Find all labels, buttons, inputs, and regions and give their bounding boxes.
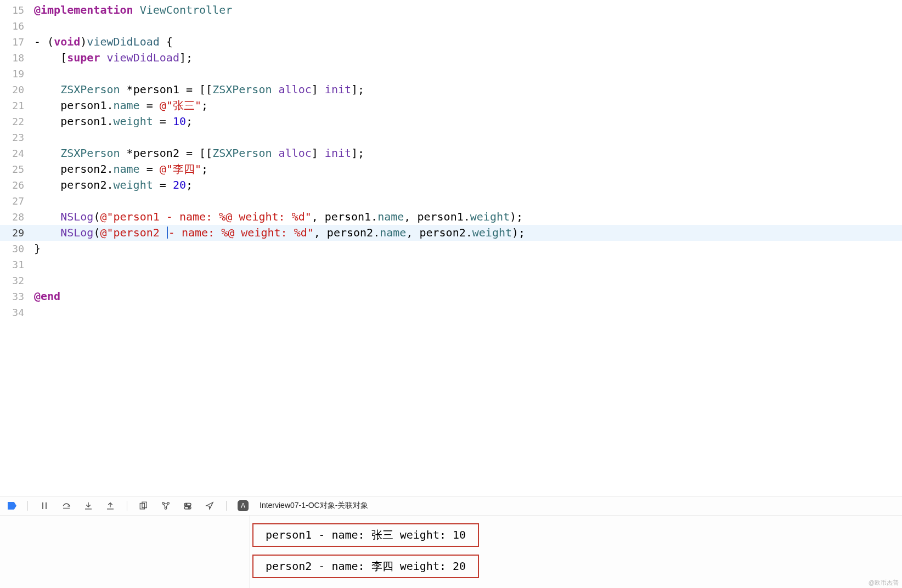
- line-number[interactable]: 19: [0, 66, 34, 82]
- token: , person1.: [404, 210, 470, 223]
- line-number[interactable]: 27: [0, 193, 34, 209]
- console-line-highlight: person1 - name: 张三 weight: 10: [252, 523, 479, 547]
- code-line[interactable]: 32: [0, 273, 902, 289]
- token: ;: [201, 99, 208, 112]
- svg-point-18: [188, 507, 189, 508]
- code-line[interactable]: 28 NSLog(@"person1 - name: %@ weight: %d…: [0, 209, 902, 225]
- code-line[interactable]: 18 [super viewDidLoad];: [0, 50, 902, 66]
- step-out-icon[interactable]: [105, 500, 116, 511]
- code-line[interactable]: 29 NSLog(@"person2 - name: %@ weight: %d…: [0, 225, 902, 241]
- token: );: [512, 226, 525, 239]
- code-content[interactable]: person1.weight = 10;: [34, 114, 902, 129]
- code-content[interactable]: @implementation ViewController: [34, 2, 902, 18]
- code-line[interactable]: 15@implementation ViewController: [0, 2, 902, 18]
- line-number[interactable]: 29: [0, 225, 34, 241]
- process-name-label[interactable]: Interview07-1-OC对象-关联对象: [260, 501, 368, 511]
- token: }: [34, 242, 41, 255]
- line-number[interactable]: 34: [0, 304, 34, 320]
- line-number[interactable]: 17: [0, 34, 34, 50]
- token: , person2.: [406, 226, 472, 239]
- token: [34, 131, 60, 144]
- code-line[interactable]: 24 ZSXPerson *person2 = [[ZSXPerson allo…: [0, 145, 902, 161]
- line-number[interactable]: 24: [0, 145, 34, 161]
- token: weight: [114, 178, 153, 191]
- code-line[interactable]: 31: [0, 257, 902, 273]
- line-number[interactable]: 32: [0, 273, 34, 289]
- step-over-icon[interactable]: [61, 500, 72, 511]
- line-number[interactable]: 26: [0, 177, 34, 193]
- token: [133, 3, 140, 16]
- token: name: [380, 226, 406, 239]
- token: ]: [312, 146, 325, 160]
- code-content[interactable]: person1.name = @"张三";: [34, 98, 902, 114]
- line-number[interactable]: 18: [0, 50, 34, 66]
- code-line[interactable]: 33@end: [0, 289, 902, 304]
- code-line[interactable]: 19: [0, 66, 902, 82]
- token: *person1 = [[: [120, 83, 213, 96]
- code-line[interactable]: 20 ZSXPerson *person1 = [[ZSXPerson allo…: [0, 82, 902, 98]
- line-number[interactable]: 28: [0, 209, 34, 225]
- token: super: [67, 51, 100, 64]
- code-line[interactable]: 25 person2.name = @"李四";: [0, 161, 902, 177]
- line-number[interactable]: 15: [0, 2, 34, 18]
- line-number[interactable]: 30: [0, 241, 34, 257]
- code-content[interactable]: [super viewDidLoad];: [34, 50, 902, 66]
- code-content[interactable]: [34, 66, 902, 82]
- token: @end: [34, 290, 60, 303]
- code-line[interactable]: 17- (void)viewDidLoad {: [0, 34, 902, 50]
- token: ];: [179, 51, 193, 64]
- token: =: [153, 115, 173, 128]
- location-icon[interactable]: [204, 500, 215, 511]
- code-line[interactable]: 16: [0, 18, 902, 34]
- line-number[interactable]: 20: [0, 82, 34, 98]
- token: @"person1 - name: %@ weight: %d": [100, 210, 311, 223]
- code-content[interactable]: }: [34, 241, 902, 257]
- line-number[interactable]: 31: [0, 257, 34, 273]
- code-line[interactable]: 30}: [0, 241, 902, 257]
- code-content[interactable]: NSLog(@"person1 - name: %@ weight: %d", …: [34, 209, 902, 225]
- code-content[interactable]: - (void)viewDidLoad {: [34, 34, 902, 50]
- code-content[interactable]: ZSXPerson *person1 = [[ZSXPerson alloc] …: [34, 82, 902, 98]
- token: =: [140, 99, 160, 112]
- code-content[interactable]: person2.name = @"李四";: [34, 161, 902, 177]
- token: ZSXPerson: [212, 83, 272, 96]
- token: alloc: [279, 83, 312, 96]
- code-content[interactable]: NSLog(@"person2 - name: %@ weight: %d", …: [34, 225, 902, 241]
- line-number[interactable]: 16: [0, 18, 34, 34]
- token: ZSXPerson: [60, 146, 120, 160]
- code-line[interactable]: 22 person1.weight = 10;: [0, 114, 902, 129]
- token: init: [325, 146, 351, 160]
- code-content[interactable]: ZSXPerson *person2 = [[ZSXPerson alloc] …: [34, 145, 902, 161]
- line-number[interactable]: 25: [0, 161, 34, 177]
- step-into-icon[interactable]: [83, 500, 94, 511]
- console-divider[interactable]: [250, 516, 250, 588]
- token: ;: [186, 115, 193, 128]
- pause-icon[interactable]: [39, 500, 50, 511]
- console-output[interactable]: person1 - name: 张三 weight: 10 person2 - …: [0, 516, 902, 588]
- code-content[interactable]: @end: [34, 289, 902, 304]
- code-line[interactable]: 21 person1.name = @"张三";: [0, 98, 902, 114]
- memory-graph-icon[interactable]: [160, 500, 171, 511]
- code-content[interactable]: [34, 193, 902, 209]
- token: ]: [312, 83, 325, 96]
- code-content[interactable]: [34, 129, 902, 145]
- code-line[interactable]: 23: [0, 129, 902, 145]
- line-number[interactable]: 22: [0, 114, 34, 129]
- line-number[interactable]: 23: [0, 129, 34, 145]
- token: weight: [114, 115, 153, 128]
- code-line[interactable]: 34: [0, 304, 902, 320]
- line-number[interactable]: 33: [0, 289, 34, 304]
- breakpoint-indicator-icon[interactable]: [8, 502, 16, 510]
- code-editor[interactable]: 15@implementation ViewController1617- (v…: [0, 0, 902, 496]
- code-line[interactable]: 26 person2.weight = 20;: [0, 177, 902, 193]
- token: [272, 83, 279, 96]
- token: ZSXPerson: [212, 146, 272, 160]
- line-number[interactable]: 21: [0, 98, 34, 114]
- environment-overrides-icon[interactable]: [182, 500, 193, 511]
- code-content[interactable]: person2.weight = 20;: [34, 177, 902, 193]
- view-hierarchy-icon[interactable]: [138, 500, 149, 511]
- watermark-label: @欧币杰普: [869, 579, 899, 587]
- token: - (: [34, 35, 54, 48]
- code-line[interactable]: 27: [0, 193, 902, 209]
- token: *person2 = [[: [120, 146, 213, 160]
